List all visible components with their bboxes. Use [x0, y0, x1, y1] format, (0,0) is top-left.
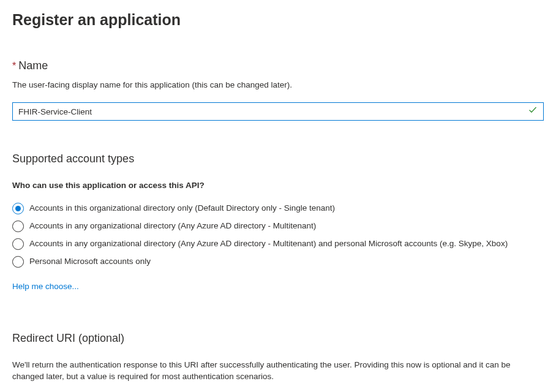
radio-icon — [12, 221, 24, 232]
radio-label: Accounts in any organizational directory… — [29, 221, 316, 232]
radio-multitenant[interactable]: Accounts in any organizational directory… — [12, 221, 544, 232]
help-me-choose-link[interactable]: Help me choose... — [12, 281, 544, 293]
radio-label: Accounts in any organizational directory… — [29, 238, 508, 250]
name-input-wrapper — [12, 102, 544, 121]
name-label: Name — [18, 59, 48, 72]
radio-personal-only[interactable]: Personal Microsoft accounts only — [12, 256, 544, 268]
radio-label: Accounts in this organizational director… — [29, 203, 335, 214]
radio-icon — [12, 256, 24, 268]
radio-single-tenant[interactable]: Accounts in this organizational director… — [12, 203, 544, 214]
radio-icon — [12, 238, 24, 250]
page-title: Register an application — [12, 9, 544, 31]
name-label-row: *Name — [12, 58, 544, 74]
account-types-title: Supported account types — [12, 151, 544, 167]
redirect-uri-title: Redirect URI (optional) — [12, 331, 544, 346]
radio-label: Personal Microsoft accounts only — [29, 256, 151, 268]
name-help-text: The user-facing display name for this ap… — [12, 80, 544, 91]
redirect-uri-description: We'll return the authentication response… — [12, 360, 544, 383]
account-types-question: Who can use this application or access t… — [12, 180, 544, 192]
radio-icon — [12, 203, 24, 214]
radio-multitenant-personal[interactable]: Accounts in any organizational directory… — [12, 238, 544, 250]
account-types-radio-group: Accounts in this organizational director… — [12, 203, 544, 268]
required-indicator: * — [12, 61, 16, 71]
name-input[interactable] — [12, 102, 544, 121]
